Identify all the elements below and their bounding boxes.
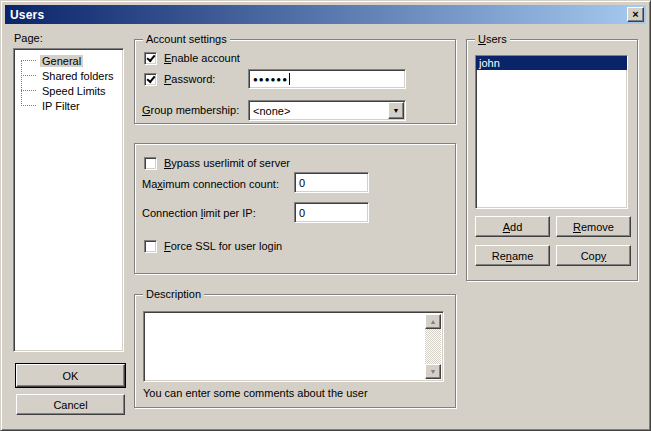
checkbox-box[interactable] bbox=[144, 73, 157, 86]
close-icon: × bbox=[632, 9, 638, 20]
description-scrollbar[interactable]: ▲ ▼ bbox=[425, 314, 441, 379]
chevron-down-icon: ▼ bbox=[393, 107, 400, 114]
copy-user-button[interactable]: Copy bbox=[556, 245, 631, 266]
arrow-up-icon: ▲ bbox=[430, 318, 437, 325]
arrow-down-icon: ▼ bbox=[430, 368, 437, 375]
combo-dropdown-button[interactable]: ▼ bbox=[388, 102, 404, 119]
title-bar[interactable]: Users × bbox=[5, 5, 646, 24]
checkbox-box[interactable] bbox=[144, 240, 157, 253]
group-membership-select[interactable]: <none> ▼ bbox=[248, 100, 406, 121]
page-list-label: Page: bbox=[14, 32, 43, 44]
account-settings-title: Account settings bbox=[143, 33, 230, 45]
list-item-john[interactable]: john bbox=[476, 56, 627, 70]
sidebar-item-ip-filter[interactable]: IP Filter bbox=[14, 98, 123, 113]
force-ssl-checkbox[interactable]: Force SSL for user login bbox=[144, 240, 282, 253]
page-tree: General Shared folders Speed Limits IP F… bbox=[13, 48, 124, 352]
connection-limit-per-ip-label: Connection limit per IP: bbox=[142, 207, 256, 219]
max-connection-count-label: Maximum connection count: bbox=[142, 178, 279, 190]
window-title: Users bbox=[10, 8, 44, 22]
group-membership-label: Group membership: bbox=[142, 104, 239, 116]
scroll-down-button[interactable]: ▼ bbox=[425, 364, 441, 379]
password-input[interactable]: ●●●●●● bbox=[248, 69, 406, 89]
tree-item-label: Speed Limits bbox=[40, 85, 108, 97]
users-dialog: Users × Page: General Shared folders Spe… bbox=[0, 0, 651, 431]
users-group-title: Users bbox=[475, 33, 510, 45]
add-user-button[interactable]: Add bbox=[475, 216, 550, 237]
cancel-button[interactable]: Cancel bbox=[16, 394, 125, 415]
checkbox-box[interactable] bbox=[144, 52, 157, 65]
tree-item-label: General bbox=[40, 55, 83, 67]
tree-item-label: Shared folders bbox=[40, 70, 116, 82]
description-title: Description bbox=[143, 288, 204, 300]
connection-limit-per-ip-input[interactable]: 0 bbox=[294, 202, 369, 223]
group-membership-value: <none> bbox=[253, 105, 290, 117]
force-ssl-label: Force SSL for user login bbox=[164, 240, 282, 252]
checkbox-box[interactable] bbox=[144, 157, 157, 170]
password-label: Password: bbox=[164, 73, 215, 85]
tree-item-label: IP Filter bbox=[40, 100, 82, 112]
sidebar-item-speed-limits[interactable]: Speed Limits bbox=[14, 83, 123, 98]
enable-account-label: Enable account bbox=[164, 52, 240, 64]
bypass-userlimit-checkbox[interactable]: Bypass userlimit of server bbox=[144, 157, 290, 170]
ok-button[interactable]: OK bbox=[16, 364, 125, 387]
enable-account-checkbox[interactable]: Enable account bbox=[144, 52, 240, 65]
close-button[interactable]: × bbox=[627, 7, 644, 22]
password-masked-value: ●●●●●● bbox=[253, 75, 288, 84]
sidebar-item-shared-folders[interactable]: Shared folders bbox=[14, 68, 123, 83]
rename-user-button[interactable]: Rename bbox=[475, 245, 550, 266]
bypass-userlimit-label: Bypass userlimit of server bbox=[164, 157, 290, 169]
password-checkbox[interactable]: Password: bbox=[144, 73, 215, 86]
scroll-up-button[interactable]: ▲ bbox=[425, 314, 441, 329]
text-caret bbox=[289, 73, 290, 85]
max-connection-count-input[interactable]: 0 bbox=[294, 172, 369, 193]
description-textarea[interactable]: ▲ ▼ bbox=[143, 311, 444, 382]
users-list[interactable]: john bbox=[475, 55, 628, 209]
remove-user-button[interactable]: Remove bbox=[556, 216, 631, 237]
sidebar-item-general[interactable]: General bbox=[14, 53, 123, 68]
description-hint: You can enter some comments about the us… bbox=[143, 387, 368, 399]
